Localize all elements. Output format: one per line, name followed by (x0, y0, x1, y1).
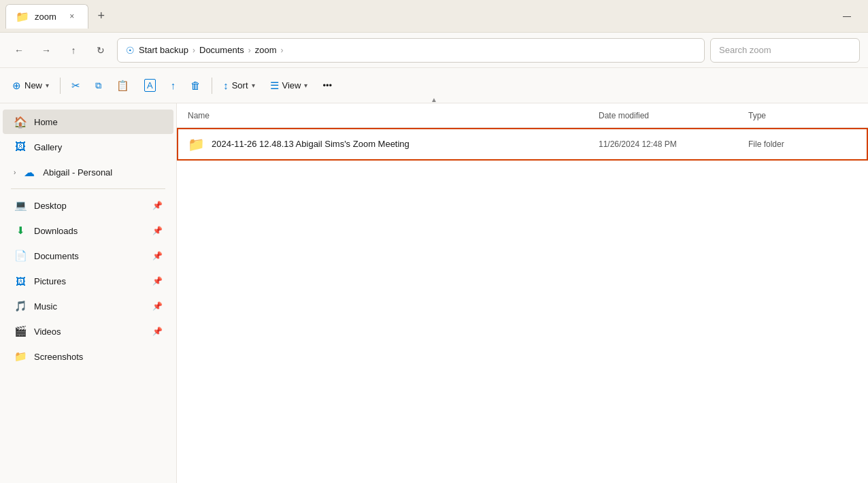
sidebar: 🏠 Home 🖼 Gallery › ☁ Abigail - Personal … (0, 103, 177, 483)
sort-chevron-icon: ▾ (252, 82, 255, 89)
desktop-pin-icon: 📌 (152, 201, 163, 210)
new-label: New (24, 80, 42, 90)
toolbar-collapse-icon: ▲ (431, 96, 437, 103)
sidebar-item-abigail-personal[interactable]: › ☁ Abigail - Personal (3, 160, 173, 184)
new-chevron-icon: ▾ (46, 82, 49, 89)
col-date-header: Date modified (599, 111, 748, 120)
documents-icon: 📄 (14, 250, 27, 262)
copy-icon: ⧉ (95, 80, 101, 91)
sidebar-videos-label: Videos (34, 327, 146, 337)
more-label: ••• (322, 80, 332, 90)
sidebar-item-music[interactable]: 🎵 Music 📌 (3, 294, 173, 318)
file-date-modified: 11/26/2024 12:48 PM (599, 139, 748, 149)
tab-folder-icon: 📁 (16, 10, 29, 23)
forward-button[interactable]: → (35, 39, 57, 61)
breadcrumb-backup: Start backup (139, 45, 188, 55)
home-icon: 🏠 (14, 116, 27, 129)
search-box[interactable]: Search zoom (710, 38, 860, 63)
sort-icon: ↕ (223, 80, 229, 91)
more-button[interactable]: ••• (316, 73, 339, 98)
address-bar[interactable]: ☉ Start backup › Documents › zoom › (117, 38, 705, 63)
content-area: Name Date modified Type 📁 2024-11-26 12.… (177, 103, 868, 483)
delete-icon: 🗑 (190, 80, 201, 91)
share-icon: ↑ (171, 80, 176, 91)
search-placeholder: Search zoom (719, 45, 771, 55)
sidebar-item-screenshots[interactable]: 📁 Screenshots (3, 344, 173, 369)
screenshots-icon: 📁 (14, 350, 27, 363)
music-icon: 🎵 (14, 300, 27, 312)
table-row[interactable]: 📁 2024-11-26 12.48.13 Abigail Sims's Zoo… (177, 128, 868, 161)
music-pin-icon: 📌 (152, 301, 163, 311)
file-type: File folder (748, 139, 857, 149)
backup-icon: ☉ (126, 45, 135, 56)
videos-icon: 🎬 (14, 325, 27, 337)
paste-button[interactable]: 📋 (110, 73, 136, 98)
title-bar: 📁 zoom × + — (0, 0, 868, 33)
sidebar-personal-label: Abigail - Personal (43, 167, 163, 178)
sidebar-screenshots-label: Screenshots (34, 352, 163, 362)
sort-label: Sort (232, 80, 248, 90)
sidebar-desktop-label: Desktop (34, 201, 146, 211)
sidebar-item-desktop[interactable]: 💻 Desktop 📌 (3, 193, 173, 218)
paste-icon: 📋 (116, 80, 129, 92)
gallery-icon: 🖼 (14, 141, 27, 153)
back-button[interactable]: ← (8, 39, 30, 61)
sidebar-pictures-label: Pictures (34, 276, 146, 286)
delete-button[interactable]: 🗑 (184, 73, 207, 98)
col-name-header: Name (188, 111, 599, 120)
sidebar-item-gallery[interactable]: 🖼 Gallery (3, 135, 173, 159)
toolbar-sep-2 (212, 78, 212, 94)
cut-icon: ✂ (71, 80, 80, 92)
up-button[interactable]: ↑ (63, 39, 84, 61)
expand-icon: › (14, 169, 16, 176)
desktop-icon: 💻 (14, 199, 27, 212)
sidebar-item-home[interactable]: 🏠 Home (3, 110, 173, 134)
new-tab-button[interactable]: + (91, 6, 112, 27)
rename-icon: A (144, 79, 156, 92)
file-folder-icon: 📁 (188, 136, 205, 152)
view-button[interactable]: ☰ View ▾ (263, 73, 315, 98)
pictures-pin-icon: 📌 (152, 276, 163, 286)
sidebar-downloads-label: Downloads (34, 226, 146, 236)
sidebar-divider (11, 188, 165, 189)
view-chevron-icon: ▾ (304, 82, 307, 89)
breadcrumb-sep-3: › (281, 46, 284, 55)
documents-pin-icon: 📌 (152, 251, 163, 261)
cloud-icon: ☁ (22, 166, 36, 179)
breadcrumb-sep-2: › (248, 46, 251, 55)
main-layout: 🏠 Home 🖼 Gallery › ☁ Abigail - Personal … (0, 103, 868, 483)
tab-title: zoom (35, 12, 56, 22)
sidebar-documents-label: Documents (34, 251, 146, 261)
minimize-button[interactable]: — (831, 5, 863, 27)
sidebar-item-videos[interactable]: 🎬 Videos 📌 (3, 319, 173, 344)
view-label: View (282, 80, 301, 90)
sidebar-item-documents[interactable]: 📄 Documents 📌 (3, 244, 173, 268)
videos-pin-icon: 📌 (152, 327, 163, 336)
sidebar-item-downloads[interactable]: ⬇ Downloads 📌 (3, 218, 173, 243)
toolbar: ⊕ New ▾ ✂ ⧉ 📋 A ↑ 🗑 ↕ Sort ▾ ☰ View ▾ ••… (0, 68, 868, 103)
breadcrumb-zoom: zoom (255, 45, 277, 55)
toolbar-sep-1 (60, 78, 61, 94)
pictures-icon: 🖼 (14, 276, 27, 287)
breadcrumb-sep-1: › (193, 46, 195, 55)
column-headers: Name Date modified Type (177, 103, 868, 128)
sidebar-music-label: Music (34, 301, 146, 312)
sort-button[interactable]: ↕ Sort ▾ (216, 73, 261, 98)
rename-button[interactable]: A (137, 73, 163, 98)
downloads-pin-icon: 📌 (152, 226, 163, 235)
cut-button[interactable]: ✂ (65, 73, 87, 98)
tab-zoom[interactable]: 📁 zoom × (5, 4, 88, 29)
sidebar-gallery-label: Gallery (34, 142, 163, 152)
new-button[interactable]: ⊕ New ▾ (5, 73, 56, 98)
address-bar-row: ← → ↑ ↻ ☉ Start backup › Documents › zoo… (0, 33, 868, 68)
share-button[interactable]: ↑ (164, 73, 183, 98)
breadcrumb-documents: Documents (199, 45, 244, 55)
sidebar-home-label: Home (34, 117, 163, 127)
copy-button[interactable]: ⧉ (88, 73, 108, 98)
tab-close-button[interactable]: × (66, 10, 78, 22)
new-icon: ⊕ (12, 80, 21, 92)
file-name: 2024-11-26 12.48.13 Abigail Sims's Zoom … (212, 139, 599, 149)
view-icon: ☰ (270, 80, 279, 92)
refresh-button[interactable]: ↻ (90, 39, 112, 61)
sidebar-item-pictures[interactable]: 🖼 Pictures 📌 (3, 269, 173, 293)
